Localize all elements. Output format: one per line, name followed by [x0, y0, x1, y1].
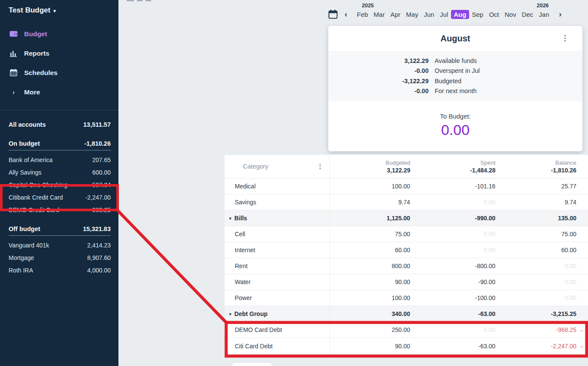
- add-group-button[interactable]: [231, 362, 273, 366]
- next-month-button[interactable]: ›: [558, 10, 563, 19]
- month-tab-feb[interactable]: Feb: [354, 10, 371, 19]
- prev-month-button[interactable]: ‹: [343, 10, 348, 19]
- month-tab-jul[interactable]: Jul: [437, 10, 451, 19]
- balance-cell[interactable]: 60.00: [495, 247, 576, 253]
- main-content: 2025 2026 ‹ Feb Mar Apr May Jun Jul Aug …: [118, 0, 588, 366]
- sidebar-item-schedules[interactable]: Schedules: [0, 63, 118, 82]
- table-group-row-debt-group[interactable]: ▾ Debt Group 340.00 -63.00 -3,215.25: [224, 306, 588, 322]
- budgeted-cell[interactable]: 800.00: [329, 263, 410, 269]
- sidebar-item-budget[interactable]: Budget: [0, 24, 118, 44]
- account-balance: 597.34: [92, 181, 111, 188]
- month-tab-dec[interactable]: Dec: [519, 10, 536, 19]
- table-row-demo-card-debt[interactable]: DEMO Card Debt 250.00 0.00 -968.25 →: [224, 322, 588, 338]
- month-tab-sep[interactable]: Sep: [469, 10, 486, 19]
- budgeted-column-header[interactable]: Budgeted 3,122.29: [330, 160, 411, 174]
- account-row-vanguard-401k[interactable]: Vanguard 401k 2,414.23: [9, 239, 111, 251]
- balance-cell[interactable]: -2,247.00: [495, 343, 576, 350]
- month-tab-apr[interactable]: Apr: [388, 10, 403, 19]
- table-row-savings[interactable]: Savings 9.74 0.00 9.74: [224, 194, 588, 210]
- sidebar-item-reports[interactable]: Reports: [0, 44, 118, 63]
- budgeted-cell[interactable]: 100.00: [329, 183, 410, 190]
- account-row-ally-savings[interactable]: Ally Savings 600.00: [9, 166, 111, 178]
- budgeted-cell[interactable]: 250.00: [329, 326, 410, 333]
- table-row-power[interactable]: Power 100.00 -100.00 0.00: [224, 290, 588, 306]
- month-tab-aug-selected[interactable]: Aug: [451, 10, 469, 19]
- table-row-water[interactable]: Water 90.00 -90.00 0.00: [224, 274, 588, 290]
- balance-cell[interactable]: 0.00: [495, 294, 576, 301]
- spent-cell[interactable]: -101.16: [410, 183, 495, 190]
- budgeted-cell[interactable]: 100.00: [329, 294, 410, 301]
- overspent-value: -0.00: [328, 66, 429, 76]
- off-budget-label: Off budget: [9, 225, 40, 232]
- account-balance: 207.65: [92, 156, 111, 163]
- spent-cell[interactable]: 0.00: [410, 231, 495, 238]
- account-row-demo-credit-card[interactable]: DEMO Credit Card -968.25: [9, 203, 111, 216]
- sidebar-divider: [0, 110, 118, 110]
- budgeted-cell[interactable]: 60.00: [329, 247, 410, 253]
- sidebar: Test Budget ▾ Budget Reports Schedules ›…: [0, 0, 118, 366]
- balance-cell[interactable]: -968.25: [495, 326, 576, 333]
- spent-column-header[interactable]: Spent -1,484.28: [411, 160, 496, 174]
- balance-column-header[interactable]: Balance -1,810.26: [495, 160, 576, 174]
- month-tab-oct[interactable]: Oct: [486, 10, 502, 19]
- year-label-right: 2026: [537, 3, 549, 9]
- balance-cell[interactable]: 0.00: [495, 263, 576, 269]
- table-row-medical[interactable]: Medical 100.00 -101.16 25.77: [224, 178, 588, 194]
- account-row-roth-ira[interactable]: Roth IRA 4,000.00: [9, 264, 111, 276]
- all-accounts-value: 13,511.57: [83, 121, 111, 128]
- table-row-internet[interactable]: Internet 60.00 0.00 60.00: [224, 242, 588, 258]
- account-row-bank-of-america[interactable]: Bank of America 207.65: [9, 153, 111, 166]
- category-name: DEMO Card Debt: [224, 326, 329, 333]
- month-tab-jan[interactable]: Jan: [536, 10, 552, 19]
- kebab-menu-icon[interactable]: ⋮: [317, 163, 324, 170]
- table-row-citi-card-debt[interactable]: Citi Card Debt 90.00 -63.00 -2,247.00 →: [224, 338, 588, 354]
- kebab-menu-icon[interactable]: ⋮: [561, 34, 569, 43]
- table-row-rent[interactable]: Rent 800.00 -800.00 0.00: [224, 258, 588, 274]
- on-budget-label: On budget: [9, 140, 40, 147]
- sidebar-nav: Budget Reports Schedules › More: [0, 20, 118, 102]
- budget-file-switcher[interactable]: Test Budget ▾: [0, 0, 118, 20]
- balance-cell[interactable]: 9.74: [495, 199, 576, 206]
- spent-cell[interactable]: -800.00: [410, 263, 495, 269]
- category-name: Water: [224, 278, 329, 285]
- budgeted-label: Budgeted: [435, 76, 582, 86]
- balance-cell[interactable]: 0.00: [495, 278, 576, 285]
- carryover-arrow-icon[interactable]: →: [576, 343, 588, 349]
- account-row-citibank-credit-card[interactable]: Citibank Credit Card -2,247.00: [9, 191, 111, 203]
- budgeted-cell[interactable]: 90.00: [329, 278, 410, 285]
- table-group-row-bills[interactable]: ▾ Bills 1,125.00 -990.00 135.00: [224, 210, 588, 226]
- dropdown-icon: ▾: [53, 8, 56, 14]
- balance-cell[interactable]: 75.00: [495, 231, 576, 238]
- calendar-icon[interactable]: [328, 9, 338, 19]
- balance-cell[interactable]: 25.77: [495, 183, 576, 190]
- sidebar-item-more[interactable]: › More: [0, 82, 118, 102]
- spent-cell[interactable]: -90.00: [410, 278, 495, 285]
- collapse-arrow-icon[interactable]: ▾: [229, 216, 231, 221]
- table-row-cell[interactable]: Cell 75.00 0.00 75.00: [224, 226, 588, 242]
- to-budget-value[interactable]: 0.00: [328, 122, 582, 138]
- category-column-label: Category: [243, 163, 268, 170]
- off-budget-header[interactable]: Off budget 15,321.83: [9, 225, 111, 236]
- account-row-capital-one-checking[interactable]: Capital One Checking 597.34: [9, 178, 111, 191]
- column-divider: [330, 155, 330, 354]
- next-month-label: For next month: [435, 86, 582, 96]
- account-name: Vanguard 401k: [9, 242, 49, 249]
- spent-cell[interactable]: -100.00: [410, 294, 495, 301]
- month-tab-mar[interactable]: Mar: [371, 10, 388, 19]
- month-tab-may[interactable]: May: [403, 10, 421, 19]
- spent-cell[interactable]: 0.00: [410, 326, 495, 333]
- spent-cell[interactable]: 0.00: [410, 247, 495, 253]
- month-tab-nov[interactable]: Nov: [502, 10, 519, 19]
- spent-cell[interactable]: 0.00: [410, 199, 495, 206]
- month-tab-jun[interactable]: Jun: [421, 10, 437, 19]
- budgeted-cell[interactable]: 9.74: [329, 199, 410, 206]
- spent-cell[interactable]: -63.00: [410, 343, 495, 350]
- on-budget-header[interactable]: On budget -1,810.26: [9, 139, 111, 150]
- collapse-arrow-icon[interactable]: ▾: [229, 312, 231, 316]
- budgeted-cell[interactable]: 75.00: [329, 231, 410, 238]
- budgeted-cell[interactable]: 90.00: [329, 343, 410, 350]
- all-accounts-row[interactable]: All accounts 13,511.57: [9, 119, 111, 131]
- carryover-arrow-icon[interactable]: →: [576, 327, 588, 333]
- account-row-mortgage[interactable]: Mortgage 8,907.60: [9, 251, 111, 264]
- budgeted-cell: 340.00: [329, 310, 410, 317]
